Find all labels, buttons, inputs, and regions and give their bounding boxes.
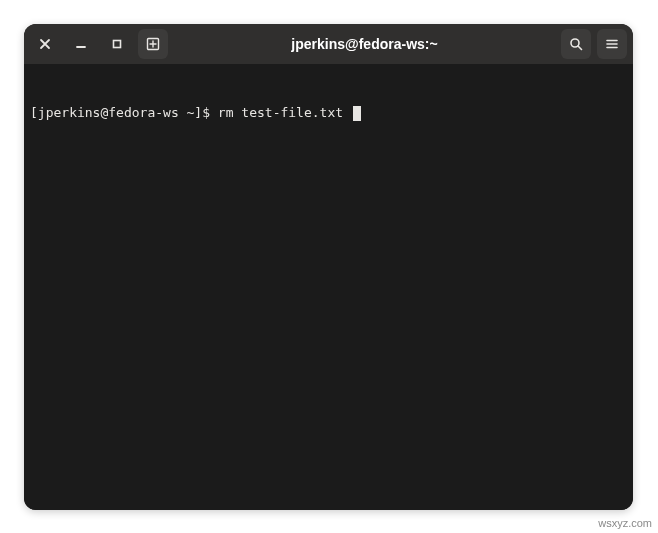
close-button[interactable] bbox=[30, 29, 60, 59]
menu-button[interactable] bbox=[597, 29, 627, 59]
maximize-icon bbox=[111, 38, 123, 50]
shell-prompt: [jperkins@fedora-ws ~]$ bbox=[30, 104, 218, 122]
maximize-button[interactable] bbox=[102, 29, 132, 59]
window-title: jperkins@fedora-ws:~ bbox=[174, 36, 555, 52]
search-icon bbox=[569, 37, 583, 51]
titlebar-left-controls bbox=[30, 29, 168, 59]
titlebar-right-controls bbox=[561, 29, 627, 59]
cursor-block bbox=[353, 106, 361, 121]
close-icon bbox=[39, 38, 51, 50]
minimize-icon bbox=[75, 38, 87, 50]
terminal-body[interactable]: [jperkins@fedora-ws ~]$ rm test-file.txt bbox=[24, 64, 633, 510]
terminal-window: jperkins@fedora-ws:~ [jperkins@fedora-ws… bbox=[24, 24, 633, 510]
hamburger-icon bbox=[605, 37, 619, 51]
terminal-line: [jperkins@fedora-ws ~]$ rm test-file.txt bbox=[30, 104, 627, 122]
search-button[interactable] bbox=[561, 29, 591, 59]
minimize-button[interactable] bbox=[66, 29, 96, 59]
new-tab-button[interactable] bbox=[138, 29, 168, 59]
watermark-text: wsxyz.com bbox=[598, 517, 652, 529]
svg-rect-0 bbox=[114, 41, 121, 48]
titlebar: jperkins@fedora-ws:~ bbox=[24, 24, 633, 64]
shell-command: rm test-file.txt bbox=[218, 104, 351, 122]
new-tab-icon bbox=[146, 37, 160, 51]
